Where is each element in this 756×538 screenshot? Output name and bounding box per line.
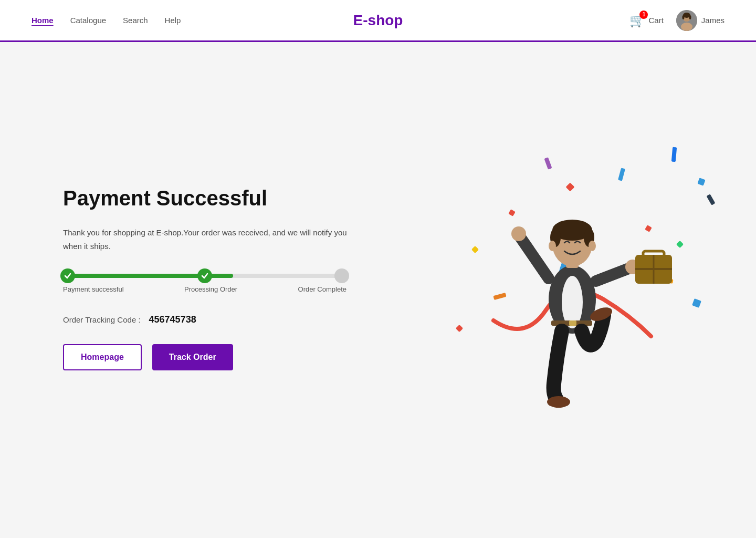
celebration-illustration [441,142,714,415]
nav-search[interactable]: Search [123,16,148,25]
progress-label-3: Order Complete [298,285,346,293]
action-buttons: Homepage Track Order [63,344,368,370]
nav-right: 🛒 1 Cart James [629,10,724,31]
nav-home[interactable]: Home [32,16,54,25]
progress-label-1: Payment successful [63,285,124,293]
svg-point-12 [511,226,526,241]
avatar [676,10,697,31]
checkmark-icon-2 [201,272,208,280]
left-panel: Payment Successful Thank you for shoppin… [63,187,368,370]
svg-point-2 [681,23,692,31]
progress-bar-container: Payment successful Processing Order Orde… [63,274,368,293]
svg-line-13 [596,268,630,281]
progress-track [63,274,346,278]
svg-line-11 [520,236,549,278]
cart-button[interactable]: 🛒 1 Cart [629,13,663,28]
main-content: Payment Successful Thank you for shoppin… [0,42,756,515]
brand-prefix: E- [353,12,368,28]
svg-point-24 [549,241,556,251]
cart-icon-wrap: 🛒 1 [629,13,645,28]
nav-catalogue[interactable]: Catalogue [70,16,106,25]
tracking-label: Order Tracking Code : [63,315,141,324]
user-name: James [701,16,724,25]
tracking-code: 456745738 [149,314,196,325]
homepage-button[interactable]: Homepage [63,344,142,370]
progress-dot-2 [197,268,212,283]
avatar-icon [676,10,697,31]
nav-links: Home Catalogue Search Help [32,16,181,25]
checkmark-icon-1 [64,272,71,280]
svg-point-25 [589,241,596,251]
svg-point-5 [682,15,684,19]
user-menu[interactable]: James [676,10,724,31]
running-man-svg [452,152,704,415]
brand-suffix: shop [368,12,403,28]
navbar: Home Catalogue Search Help E-shop 🛒 1 Ca… [0,0,756,42]
progress-labels: Payment successful Processing Order Orde… [63,285,346,293]
progress-dot-1 [60,268,75,283]
confetti-12 [707,194,716,205]
tracking-row: Order Tracking Code : 456745738 [63,314,368,325]
cart-badge: 1 [639,11,648,19]
svg-rect-10 [569,320,576,326]
svg-point-6 [689,15,691,19]
svg-point-26 [547,396,570,408]
page-description: Thank you for shopping at E-shop.Your or… [63,226,368,253]
progress-label-2: Processing Order [184,285,237,293]
page-title: Payment Successful [63,187,368,210]
cart-label: Cart [648,16,663,25]
progress-dot-3 [334,268,349,283]
track-order-button[interactable]: Track Order [152,344,233,370]
brand-logo[interactable]: E-shop [353,12,403,29]
nav-help[interactable]: Help [165,16,181,25]
